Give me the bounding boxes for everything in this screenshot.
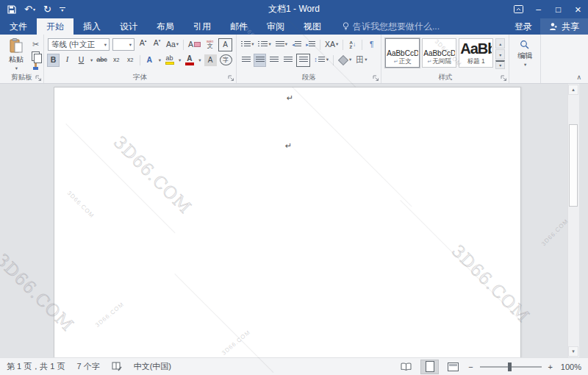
shading-button[interactable]: ▾ xyxy=(337,54,352,66)
grow-font-button[interactable]: A▴ xyxy=(137,39,148,51)
document-area: ↵ ↵ ▴ ▾ xyxy=(0,84,588,357)
zoom-slider-thumb[interactable] xyxy=(508,362,512,371)
styles-more-button[interactable]: ▾ xyxy=(495,60,505,69)
tab-insert[interactable]: 插入 xyxy=(74,18,110,35)
line-spacing-button[interactable]: ↕▾ xyxy=(313,54,329,66)
editing-button[interactable]: 编辑 ▾ xyxy=(513,38,537,74)
scroll-up-button[interactable]: ▴ xyxy=(568,85,578,95)
subscript-button[interactable]: x2 xyxy=(111,54,122,66)
tab-layout[interactable]: 布局 xyxy=(147,18,184,35)
font-size-select[interactable]: ▾ xyxy=(112,38,135,51)
zoom-in-button[interactable]: + xyxy=(548,362,553,371)
tab-references[interactable]: 引用 xyxy=(184,18,220,35)
tellme-search[interactable]: 告诉我您想要做什么... xyxy=(331,18,440,35)
justify-button[interactable] xyxy=(282,54,293,66)
font-dialog-launcher[interactable] xyxy=(228,75,234,82)
tab-home[interactable]: 开始 xyxy=(37,18,74,35)
style-heading-1[interactable]: AaBbCcDd 标题 1 xyxy=(459,38,493,68)
distribute-button[interactable] xyxy=(296,54,310,67)
underline-button[interactable]: U xyxy=(76,54,87,66)
asian-layout-button[interactable]: XA▾ xyxy=(324,39,339,51)
text-effects-button[interactable]: A xyxy=(144,54,155,66)
word-count[interactable]: 7 个字 xyxy=(76,361,99,372)
bullets-button[interactable]: ▾ xyxy=(240,39,254,51)
styles-scroll-up-button[interactable]: ▴ xyxy=(495,38,505,49)
maximize-button[interactable]: □ xyxy=(548,0,568,18)
sort-button[interactable]: AZ↓ xyxy=(347,39,358,51)
page-indicator[interactable]: 第 1 页，共 1 页 xyxy=(7,361,65,372)
text-effects-dropdown-icon[interactable]: ▾ xyxy=(159,57,161,63)
redo-button[interactable]: ↻ xyxy=(43,4,51,14)
minimize-button[interactable]: – xyxy=(528,0,548,18)
change-case-button[interactable]: Aa▾ xyxy=(165,39,179,51)
clear-formatting-button[interactable]: A xyxy=(187,39,201,51)
style-preview: AaBbCcDd xyxy=(387,41,418,57)
ribbon-display-options-button[interactable] xyxy=(509,0,528,18)
close-button[interactable]: × xyxy=(568,0,588,18)
tab-view[interactable]: 视图 xyxy=(294,18,331,35)
zoom-percentage[interactable]: 100% xyxy=(559,362,581,371)
style-normal[interactable]: AaBbCcDd ↵正文 xyxy=(385,38,420,68)
strikethrough-button[interactable]: abc xyxy=(96,54,108,66)
tab-mailings[interactable]: 邮件 xyxy=(220,18,257,35)
clipboard-dialog-launcher[interactable] xyxy=(35,75,42,82)
character-shading-button[interactable]: A xyxy=(204,54,217,66)
multilevel-list-button[interactable]: ▾ xyxy=(275,39,288,51)
save-button[interactable] xyxy=(7,5,16,14)
align-left-button[interactable] xyxy=(240,54,251,66)
language-indicator[interactable]: 中文(中国) xyxy=(134,361,171,372)
character-border-button[interactable]: A xyxy=(218,38,232,51)
read-mode-button[interactable] xyxy=(398,360,415,374)
phonetic-guide-button[interactable]: wén文 xyxy=(204,39,215,51)
tab-file[interactable]: 文件 xyxy=(0,18,37,35)
superscript-button[interactable]: x2 xyxy=(125,54,136,66)
highlight-dropdown-icon[interactable]: ▾ xyxy=(179,57,181,63)
scrollbar-thumb[interactable] xyxy=(569,124,578,207)
distribute-icon xyxy=(299,57,308,63)
customize-qat-button[interactable]: ▾ xyxy=(60,7,65,12)
decrease-indent-button[interactable]: ◂ xyxy=(291,39,302,51)
font-color-button[interactable]: A xyxy=(184,54,195,66)
underline-dropdown-icon[interactable]: ▾ xyxy=(90,57,93,63)
cut-button[interactable]: ✂ xyxy=(32,40,39,49)
tellme-placeholder: 告诉我您想要做什么... xyxy=(353,21,440,33)
styles-dialog-launcher[interactable] xyxy=(501,75,507,82)
paste-button[interactable]: 粘贴 ▾ xyxy=(4,38,29,74)
tab-review[interactable]: 审阅 xyxy=(257,18,294,35)
copy-button[interactable] xyxy=(32,51,40,61)
enclose-characters-button[interactable]: 字 xyxy=(220,54,232,65)
numbering-button[interactable]: ▾ xyxy=(257,39,271,51)
sign-in-button[interactable]: 登录 xyxy=(506,18,540,35)
web-layout-button[interactable] xyxy=(445,360,462,374)
document-page[interactable]: ↵ ↵ xyxy=(54,87,521,357)
align-right-button[interactable] xyxy=(268,54,279,66)
print-layout-button[interactable] xyxy=(421,360,438,374)
align-center-button[interactable] xyxy=(254,54,265,66)
undo-button[interactable]: ↶▾ xyxy=(24,4,35,14)
styles-scroll-down-button[interactable]: ▾ xyxy=(495,49,505,60)
style-no-spacing[interactable]: AaBbCcDd ↵无间隔 xyxy=(422,38,456,68)
font-color-dropdown-icon[interactable]: ▾ xyxy=(198,57,201,63)
vertical-scrollbar[interactable]: ▴ ▾ xyxy=(567,84,579,357)
paragraph-group-label: 段落 xyxy=(237,73,381,82)
lines-icon xyxy=(295,41,301,48)
borders-button[interactable]: 田▾ xyxy=(355,54,368,66)
tab-design[interactable]: 设计 xyxy=(110,18,147,35)
italic-button[interactable]: I xyxy=(62,54,73,66)
show-hide-marks-button[interactable]: ¶ xyxy=(366,39,377,51)
font-name-select[interactable]: 等线 (中文正▾ xyxy=(48,38,110,51)
shrink-font-button[interactable]: A▾ xyxy=(151,39,162,51)
collapse-ribbon-button[interactable]: ∧ xyxy=(576,74,581,81)
proofing-status-button[interactable] xyxy=(112,362,122,371)
scroll-down-button[interactable]: ▾ xyxy=(568,346,578,357)
zoom-slider[interactable] xyxy=(480,366,542,368)
format-painter-button[interactable] xyxy=(32,63,40,71)
title-bar: ↶▾ ↻ ▾ 文档1 - Word – □ × xyxy=(0,0,588,18)
increase-indent-button[interactable]: ▸ xyxy=(305,39,316,51)
zoom-out-button[interactable]: − xyxy=(468,362,473,371)
share-button[interactable]: 共享 xyxy=(540,18,588,35)
chevron-down-icon: ▾ xyxy=(104,42,107,48)
bold-button[interactable]: B xyxy=(48,54,59,66)
text-highlight-button[interactable]: ab xyxy=(164,54,175,66)
paragraph-dialog-launcher[interactable] xyxy=(373,75,379,82)
